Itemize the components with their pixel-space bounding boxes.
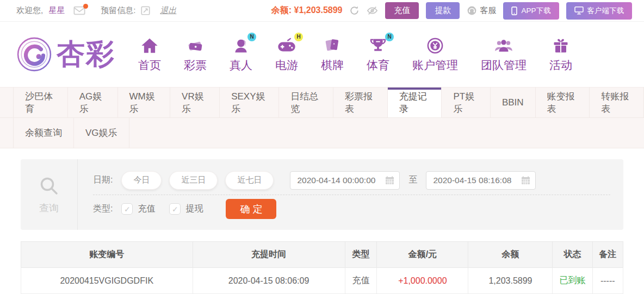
logout-link[interactable]: 退出 [160,5,176,16]
nav-item-2[interactable]: 彩票 [184,36,207,73]
nav-item-5[interactable]: 棋牌 [321,36,344,73]
table-row: 20200415VGIGDGDFIK2020-04-15 08:06:09充值+… [21,268,623,294]
nav-item-3[interactable]: N真人 [230,36,252,73]
activity-gift-icon [553,36,569,54]
egames-gamepad-icon: H [277,36,296,54]
date-to-value: 2020-04-15 08:16:08 [433,176,511,185]
type-label: 类型: [93,203,113,215]
quick-range-7days[interactable]: 近七日 [225,171,274,190]
main-nav: 首页彩票N真人H电游棋牌N体育账户管理团队管理活动 [138,36,572,73]
tab-row-1: 沙巴体育AG娱乐WM娱乐VR娱乐SEXY娱乐日结总览彩票报表充提记录PT娱乐BB… [0,87,644,118]
reserved-info-label: 预留信息: [101,5,135,16]
badge-h: H [294,33,303,41]
balance: 余额: ¥1,203.5899 [271,5,343,16]
edit-icon[interactable] [141,6,150,15]
nav-item-1[interactable]: 首页 [138,36,161,73]
tab-1-9[interactable]: PT娱乐 [442,87,490,117]
type-option-withdraw-label: 提现 [185,203,203,215]
nav-item-6[interactable]: N体育 [367,36,389,73]
filter-controls: 日期: 今日 近三日 近七日 2020-04-14 00:00:00 至 202… [78,159,623,230]
calendar-icon [385,176,394,185]
username-link[interactable]: 星星 [48,5,65,16]
tab-1-6[interactable]: 日结总览 [279,87,333,117]
brand-name: 杏彩 [57,35,115,73]
badge-n: N [247,33,256,41]
cards-icon [325,36,340,54]
notification-dot [83,4,88,9]
nav-item-label: 棋牌 [321,58,344,73]
nav-item-label: 电游 [275,58,298,73]
topbar-right: 余额: ¥1,203.5899 充值 提款 客服 APP下载 客户端下 [271,2,632,20]
nav-item-label: 团队管理 [481,58,527,73]
sports-trophy-icon: N [369,36,387,54]
submit-button[interactable]: 确 定 [226,199,276,219]
badge-n: N [385,33,394,41]
tab-1-2[interactable]: AG娱乐 [68,87,118,117]
nav-item-7[interactable]: 账户管理 [412,36,458,73]
nav-item-9[interactable]: 活动 [549,36,572,73]
customer-service-link[interactable]: 客服 [467,5,496,16]
tab-1-1[interactable]: 沙巴体育 [13,87,68,117]
table-header-4: 金额/元 [377,242,468,268]
nav-item-4[interactable]: H电游 [275,36,298,73]
cell-remark: ----- [592,268,623,294]
tab-1-10[interactable]: BBIN [491,87,536,117]
date-from-input[interactable]: 2020-04-14 00:00:00 [290,171,400,190]
date-to-input[interactable]: 2020-04-15 08:16:08 [426,171,536,190]
monitor-icon [574,7,584,15]
nav-item-label: 首页 [138,58,161,73]
client-download-button[interactable]: 客户端下载 [566,2,633,20]
tab-2-1[interactable]: 余额查询 [13,118,74,148]
cell-status: 已到账 [553,268,592,294]
cell-balance: 1,203.5899 [468,268,553,294]
app-download-label: APP下载 [521,6,550,16]
quick-range-3days[interactable]: 近三日 [169,171,218,190]
query-label: 查询 [39,202,59,215]
date-label: 日期: [93,174,113,186]
tab-1-8[interactable]: 充提记录 [388,87,442,117]
phone-icon [511,7,517,15]
nav-item-label: 体育 [367,58,389,73]
withdraw-button[interactable]: 提款 [426,2,460,19]
type-checkbox-withdraw[interactable]: 提现 [169,203,203,215]
content: 查询 日期: 今日 近三日 近七日 2020-04-14 00:00:00 至 … [0,148,644,294]
mail-icon[interactable] [73,6,85,16]
nav-item-label: 活动 [549,58,572,73]
nav-item-label: 真人 [230,58,252,73]
tab-1-4[interactable]: VR娱乐 [170,87,220,117]
type-checkbox-deposit[interactable]: 充值 [121,203,155,215]
query-section: 查询 [21,159,78,230]
topbar-left: 欢迎您, 星星 预留信息: 退出 [16,5,176,16]
team-manage-icon [494,36,513,54]
quick-range-today[interactable]: 今日 [121,171,162,190]
date-from-value: 2020-04-14 00:00:00 [297,176,375,185]
app-download-button[interactable]: APP下载 [503,2,559,20]
tab-2-2[interactable]: VG娱乐 [74,118,129,148]
tab-row-2: 余额查询VG娱乐 [0,118,644,148]
balance-label: 余额: [271,5,292,15]
records-table: 账变编号充提时间类型金额/元余额状态备注20200415VGIGDGDFIK20… [21,241,623,294]
check-icon [169,203,181,215]
tab-1-7[interactable]: 彩票报表 [333,87,388,117]
client-download-label: 客户端下载 [587,6,624,16]
cell-time: 2020-04-15 08:06:09 [193,268,345,294]
home-icon [141,36,158,54]
tab-1-11[interactable]: 账变报表 [536,87,590,117]
tab-1-3[interactable]: WM娱乐 [118,87,171,117]
eye-off-icon[interactable] [367,5,378,16]
site-header: 杏彩 首页彩票N真人H电游棋牌N体育账户管理团队管理活动 [0,22,644,87]
account-manage-icon [427,36,443,54]
nav-item-label: 账户管理 [412,58,458,73]
nav-item-8[interactable]: 团队管理 [481,36,527,73]
tab-1-12[interactable]: 转账报表 [590,87,644,117]
table-header-6: 状态 [553,242,592,268]
tab-1-5[interactable]: SEXY娱乐 [220,87,279,117]
check-icon [121,203,133,215]
cell-type: 充值 [345,268,377,294]
deposit-button[interactable]: 充值 [385,2,419,19]
refresh-icon[interactable] [349,5,360,16]
site-logo[interactable]: 杏彩 [16,35,115,73]
headset-icon [467,5,477,16]
table-header-7: 备注 [592,242,623,268]
logo-emblem-icon [16,36,52,72]
